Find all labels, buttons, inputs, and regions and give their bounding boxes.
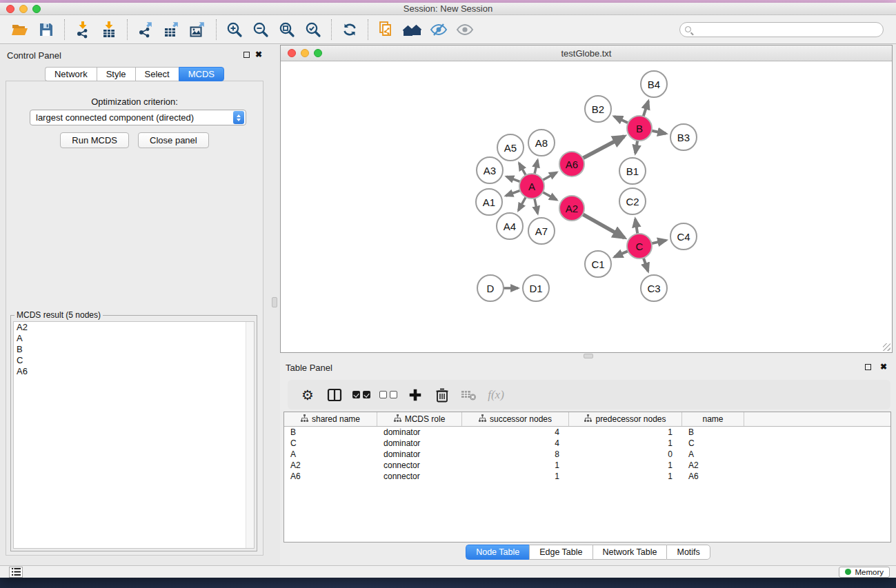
mcds-result-item[interactable]: A2 <box>14 322 254 333</box>
mcds-list-scrollbar[interactable] <box>246 322 254 548</box>
graph-node-C1[interactable]: C1 <box>584 250 612 278</box>
export-table-button[interactable] <box>159 18 185 41</box>
cell-predecessor-nodes[interactable]: 1 <box>569 472 682 481</box>
cell-shared-name[interactable]: A2 <box>284 460 377 470</box>
table-row[interactable]: Bdominator41B <box>284 427 890 438</box>
edge-A6-B[interactable] <box>581 136 624 159</box>
cell-successor-nodes[interactable]: 1 <box>462 460 569 470</box>
deselect-all-button[interactable] <box>378 385 399 405</box>
horizontal-split-divider[interactable] <box>280 353 896 358</box>
criterion-dropdown[interactable]: largest connected component (directed) <box>30 110 246 125</box>
tab-motifs[interactable]: Motifs <box>666 545 710 560</box>
graph-node-C[interactable]: C <box>626 233 653 259</box>
cell-name[interactable]: C <box>682 438 744 448</box>
edge-A2-C[interactable] <box>581 214 624 238</box>
graph-node-B[interactable]: B <box>626 115 653 141</box>
graph-node-A[interactable]: A <box>519 173 545 199</box>
graph-node-C2[interactable]: C2 <box>619 187 646 215</box>
import-table-button[interactable] <box>96 18 122 41</box>
split-divider-handle[interactable] <box>584 354 593 358</box>
export-image-button[interactable] <box>185 18 211 41</box>
column-header-shared-name[interactable]: shared name <box>284 412 377 426</box>
cell-mcds-role[interactable]: connector <box>377 472 462 481</box>
cell-name[interactable]: A6 <box>682 472 744 481</box>
window-resize-grip[interactable] <box>883 343 890 351</box>
cell-mcds-role[interactable]: dominator <box>377 427 462 437</box>
graph-node-B1[interactable]: B1 <box>619 157 646 185</box>
float-panel-icon[interactable] <box>243 52 250 58</box>
graph-node-A4[interactable]: A4 <box>496 212 524 240</box>
cell-name[interactable]: B <box>682 427 744 437</box>
zoom-selected-button[interactable] <box>300 18 326 41</box>
tab-network-table[interactable]: Network Table <box>593 545 667 560</box>
graph-node-A1[interactable]: A1 <box>475 188 503 216</box>
export-network-button[interactable] <box>132 18 159 41</box>
table-row[interactable]: A6connector11A6 <box>284 471 890 482</box>
network-canvas[interactable]: B4B2BB3A8A5A6A3B1AA1C2A2A4A7C4CC1C3DD1 <box>281 61 892 352</box>
cell-mcds-role[interactable]: dominator <box>377 438 462 448</box>
delete-column-button[interactable] <box>432 385 452 405</box>
mcds-result-item[interactable]: B <box>14 344 254 355</box>
graph-node-C3[interactable]: C3 <box>640 274 668 302</box>
close-panel-button[interactable]: Close panel <box>138 132 209 148</box>
open-session-button[interactable] <box>7 18 33 41</box>
column-header-successor-nodes[interactable]: successor nodes <box>462 412 569 426</box>
tab-select[interactable]: Select <box>135 67 179 81</box>
edge-C-C3[interactable] <box>643 256 648 271</box>
search-input[interactable] <box>695 23 883 36</box>
graph-node-D[interactable]: D <box>477 274 504 302</box>
search-box[interactable] <box>679 22 884 37</box>
zoom-in-button[interactable] <box>221 18 248 41</box>
zoom-fit-button[interactable] <box>274 18 300 41</box>
node-table[interactable]: shared nameMCDS rolesuccessor nodesprede… <box>283 412 891 543</box>
refresh-button[interactable] <box>337 18 363 41</box>
mcds-result-item[interactable]: A6 <box>14 366 254 377</box>
tab-node-table[interactable]: Node Table <box>466 545 529 560</box>
graph-node-B4[interactable]: B4 <box>640 70 668 98</box>
mcds-result-item[interactable]: A <box>14 333 254 344</box>
import-network-button[interactable] <box>70 18 96 41</box>
cell-predecessor-nodes[interactable]: 1 <box>569 427 682 437</box>
tab-network[interactable]: Network <box>45 67 97 81</box>
table-row[interactable]: Cdominator41C <box>284 438 890 449</box>
add-column-button[interactable] <box>405 385 426 405</box>
cell-successor-nodes[interactable]: 1 <box>462 472 569 481</box>
graph-node-B2[interactable]: B2 <box>584 95 612 123</box>
edge-A-A2[interactable] <box>541 192 557 200</box>
select-all-button[interactable] <box>351 385 372 405</box>
column-header-predecessor-nodes[interactable]: predecessor nodes <box>569 412 682 426</box>
column-header-name[interactable]: name <box>682 412 744 426</box>
cell-predecessor-nodes[interactable]: 1 <box>569 438 682 448</box>
float-panel-icon[interactable] <box>865 364 871 370</box>
graph-node-D1[interactable]: D1 <box>522 274 550 302</box>
graph-node-A3[interactable]: A3 <box>476 156 504 184</box>
graph-node-C4[interactable]: C4 <box>670 223 697 250</box>
edge-C-C4[interactable] <box>650 241 666 244</box>
table-row[interactable]: Adominator80A <box>284 449 890 460</box>
hide-selected-button[interactable] <box>426 18 452 41</box>
cell-successor-nodes[interactable]: 4 <box>462 438 569 448</box>
cell-mcds-role[interactable]: dominator <box>377 449 462 459</box>
table-settings-button[interactable]: ⚙ <box>297 385 318 405</box>
function-builder-button[interactable]: f(x) <box>486 385 506 405</box>
graph-node-A2[interactable]: A2 <box>559 195 585 221</box>
graph-node-A6[interactable]: A6 <box>559 151 585 177</box>
mcds-result-item[interactable]: C <box>14 355 254 366</box>
save-session-button[interactable] <box>33 18 59 41</box>
split-view-button[interactable] <box>324 385 345 405</box>
graph-node-A8[interactable]: A8 <box>528 129 555 156</box>
tab-style[interactable]: Style <box>97 67 135 81</box>
cell-shared-name[interactable]: A6 <box>284 472 377 481</box>
cell-predecessor-nodes[interactable]: 1 <box>569 460 682 470</box>
graph-node-B3[interactable]: B3 <box>670 123 697 151</box>
zoom-out-button[interactable] <box>248 18 274 41</box>
delete-table-button[interactable] <box>459 385 479 405</box>
close-panel-icon[interactable]: ✖ <box>880 362 887 372</box>
tab-mcds[interactable]: MCDS <box>179 67 224 81</box>
column-header-mcds-role[interactable]: MCDS role <box>377 412 462 426</box>
task-history-button[interactable] <box>9 567 23 578</box>
graph-node-A7[interactable]: A7 <box>528 217 555 245</box>
cell-shared-name[interactable]: B <box>284 427 377 437</box>
cell-shared-name[interactable]: C <box>284 438 377 448</box>
memory-button[interactable]: Memory <box>839 567 890 578</box>
